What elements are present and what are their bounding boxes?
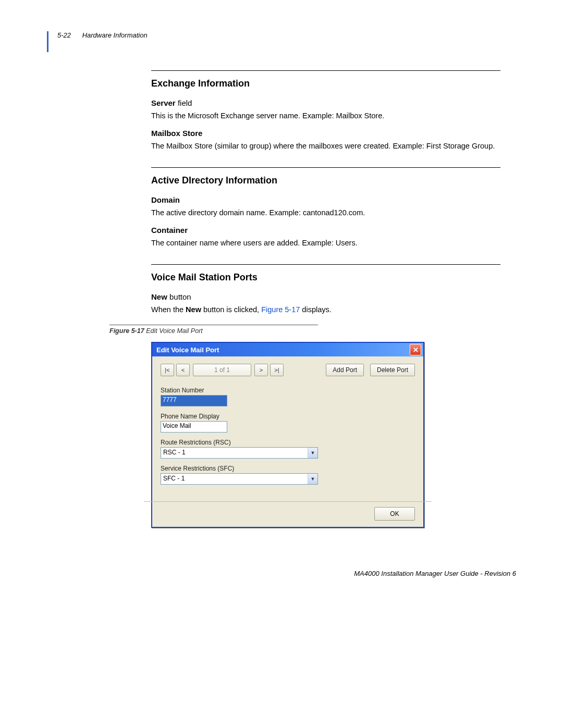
section-title-vm: Voice Mail Station Ports [151,272,500,283]
para-mailbox-desc: The Mailbox Store (similar to group) whe… [151,141,500,152]
new-desc-pre: When the [151,305,186,314]
phone-name-label: Phone Name Display [161,413,415,420]
subhead-domain: Domain [151,195,500,204]
document-page: 5-22 Hardware Information Exchange Infor… [0,0,563,603]
new-desc-post: displays. [300,305,331,314]
dialog-body: |< < 1 of 1 > >| Add Port Delete Port St… [152,356,423,490]
nav-next-button[interactable]: > [254,364,268,376]
close-icon: ✕ [413,347,419,353]
close-button[interactable]: ✕ [410,344,421,355]
subhead-server: Server field [151,98,500,107]
edit-voice-mail-port-dialog: Edit Voice Mail Port ✕ |< < 1 of 1 > >| … [151,342,424,528]
para-server-desc: This is the Microsoft Exchange server na… [151,110,500,121]
page-footer: MA4000 Installation Manager User Guide -… [47,570,516,577]
sfc-value: SFC - 1 [161,474,308,484]
header-rule [47,31,48,52]
section-rule [151,70,500,71]
ok-row: OK [152,502,423,527]
dialog-title: Edit Voice Mail Port [156,346,219,354]
station-number-label: Station Number [161,387,415,394]
subhead-server-suffix: field [176,98,192,107]
header-title: Hardware Information [82,31,148,39]
para-new-desc: When the New button is clicked, Figure 5… [151,304,500,315]
phone-name-input[interactable]: Voice Mail [161,421,227,433]
page-number: 5-22 [57,31,71,39]
chevron-down-icon: ▼ [308,474,317,484]
subhead-new-suffix: button [167,292,191,301]
subhead-mailbox: Mailbox Store [151,129,500,138]
page-header: 5-22 Hardware Information [57,31,516,39]
figure-caption-num: Figure 5-17 [109,327,144,335]
nav-prev-button[interactable]: < [176,364,190,376]
nav-row: |< < 1 of 1 > >| Add Port Delete Port [161,364,415,376]
nav-first-button[interactable]: |< [161,364,174,376]
rsc-value: RSC - 1 [161,448,308,458]
new-desc-bold: New [186,305,201,314]
rsc-select[interactable]: RSC - 1 ▼ [161,447,318,459]
subhead-server-bold: Server [151,98,176,107]
figure-link[interactable]: Figure 5-17 [261,305,300,314]
figure-caption-text: Edit Voice Mail Port [144,327,203,335]
subhead-container: Container [151,226,500,235]
rsc-label: Route Restrictions (RSC) [161,439,415,446]
nav-last-button[interactable]: >| [270,364,284,376]
new-desc-mid: button is clicked, [201,305,261,314]
chevron-down-icon: ▼ [308,448,317,458]
subhead-new-bold: New [151,292,167,301]
figure-caption: Figure 5-17 Edit Voice Mail Port [109,327,500,335]
add-port-button[interactable]: Add Port [326,364,364,376]
content-area: Exchange Information Server field This i… [151,70,500,528]
figure-rule [109,325,318,325]
sfc-select[interactable]: SFC - 1 ▼ [161,473,318,485]
section-title-exchange: Exchange Information [151,78,500,89]
delete-port-button[interactable]: Delete Port [370,364,415,376]
subhead-new: New button [151,292,500,301]
para-container-desc: The container name where users are added… [151,238,500,249]
station-number-input[interactable]: 7777 [161,395,227,406]
section-rule [151,264,500,265]
para-domain-desc: The active directory domain name. Exampl… [151,207,500,218]
section-title-ad: Active DIrectory Information [151,175,500,186]
dialog-titlebar[interactable]: Edit Voice Mail Port ✕ [152,343,423,356]
sfc-label: Service Restrictions (SFC) [161,465,415,472]
ok-button[interactable]: OK [374,507,415,521]
section-rule [151,167,500,168]
nav-count: 1 of 1 [193,364,251,376]
